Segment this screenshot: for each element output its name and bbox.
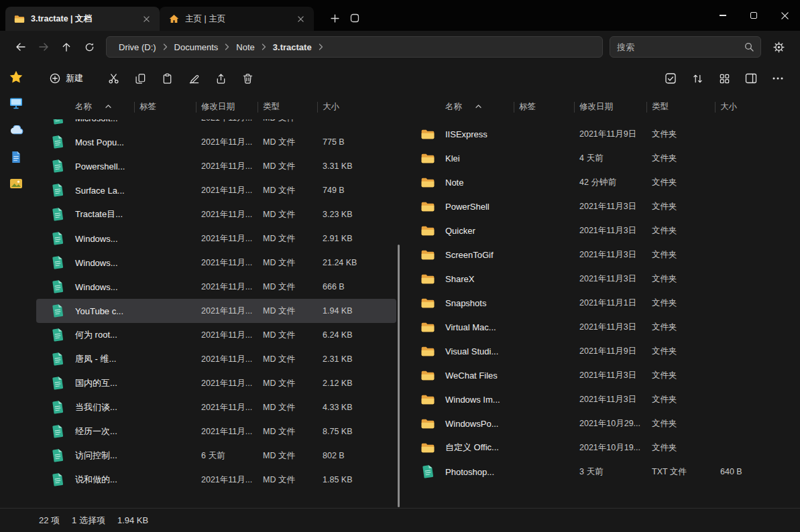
column-size[interactable]: 大小 xyxy=(317,101,396,113)
tab[interactable]: 3.tractate | 文档 xyxy=(5,7,160,31)
maximize-icon[interactable] xyxy=(738,0,769,31)
file-modified: 2021年10月19... xyxy=(574,442,646,454)
column-tags[interactable]: 标签 xyxy=(514,101,574,113)
file-name: Quicker xyxy=(443,226,514,236)
file-row[interactable]: 何为 root... 2021年11月... MD 文件 6.24 KB xyxy=(36,323,396,347)
file-row[interactable]: 经历一次... 2021年11月... MD 文件 8.75 KB xyxy=(36,419,396,444)
file-row[interactable]: Windows Im... 2021年11月3日 文件夹 xyxy=(406,387,796,411)
new-item-button[interactable]: 新建 xyxy=(42,68,91,89)
file-row[interactable]: Virtual Mac... 2021年11月3日 文件夹 xyxy=(406,315,796,339)
folder-icon xyxy=(420,129,435,140)
file-row[interactable]: Klei 4 天前 文件夹 xyxy=(406,146,796,170)
file-name: Snapshots xyxy=(443,298,514,308)
file-row[interactable]: 自定义 Offic... 2021年10月19... 文件夹 xyxy=(406,436,796,460)
gear-icon[interactable] xyxy=(766,36,791,58)
pictures-icon[interactable] xyxy=(5,173,27,194)
column-headers: 名称 标签 修改日期 类型 大小 xyxy=(36,94,396,119)
file-row[interactable]: ScreenToGif 2021年11月3日 文件夹 xyxy=(406,243,796,267)
cut-icon[interactable] xyxy=(101,66,126,90)
chevron-right-icon[interactable] xyxy=(223,44,231,50)
details-pane-icon[interactable] xyxy=(738,66,764,90)
file-row[interactable]: PowerShell 2021年11月3日 文件夹 xyxy=(406,194,796,218)
more-icon[interactable] xyxy=(765,66,791,90)
refresh-icon[interactable] xyxy=(78,36,101,58)
breadcrumb-item[interactable]: Drive (D:) xyxy=(115,40,160,54)
new-tab-plus-icon[interactable] xyxy=(325,8,345,28)
file-row[interactable]: 唐凤 - 维... 2021年11月... MD 文件 2.31 KB xyxy=(36,347,396,371)
selected-count: 1 选择项 xyxy=(72,515,105,527)
file-row[interactable]: Windows... 2021年11月... MD 文件 21.24 KB xyxy=(36,251,396,275)
file-row[interactable]: WeChat Files 2021年11月3日 文件夹 xyxy=(406,363,796,387)
file-row[interactable]: WindowsPo... 2021年10月29... 文件夹 xyxy=(406,411,796,436)
markdown-file-icon xyxy=(52,304,63,318)
markdown-file-icon xyxy=(52,328,63,342)
up-icon[interactable] xyxy=(55,36,78,58)
favorites-star-icon[interactable] xyxy=(5,66,27,87)
chevron-right-icon[interactable] xyxy=(162,44,169,50)
breadcrumb-item[interactable]: 3.tractate xyxy=(269,40,316,54)
file-row[interactable]: 国内的互... 2021年11月... MD 文件 2.12 KB xyxy=(36,371,396,395)
tab[interactable]: 主页 | 主页 xyxy=(160,7,314,31)
minimize-icon[interactable] xyxy=(707,0,738,31)
close-icon[interactable] xyxy=(769,0,800,31)
column-modified[interactable]: 修改日期 xyxy=(574,101,646,113)
column-type[interactable]: 类型 xyxy=(258,101,317,113)
file-row[interactable]: 说和做的... 2021年11月... MD 文件 1.85 KB xyxy=(36,468,396,492)
file-row[interactable]: Powershell... 2021年11月... MD 文件 3.31 KB xyxy=(36,154,396,178)
back-icon[interactable] xyxy=(9,36,32,58)
file-name: Klei xyxy=(443,153,514,163)
file-row[interactable]: Most Popu... 2021年11月... MD 文件 775 B xyxy=(36,130,396,154)
file-size: 2.31 KB xyxy=(317,354,396,364)
multiselect-icon[interactable] xyxy=(658,66,683,90)
forward-icon[interactable] xyxy=(32,36,55,58)
file-row[interactable]: ShareX 2021年11月3日 文件夹 xyxy=(406,267,796,291)
sidebar-rail xyxy=(0,63,32,508)
chevron-right-icon[interactable] xyxy=(317,44,325,50)
share-icon[interactable] xyxy=(208,66,233,90)
file-row[interactable]: Snapshots 2021年11月1日 文件夹 xyxy=(406,291,796,315)
file-row[interactable]: Tractate目... 2021年11月... MD 文件 3.23 KB xyxy=(36,202,396,226)
file-icon xyxy=(43,377,72,390)
file-row[interactable]: 访问控制... 6 天前 MD 文件 802 B xyxy=(36,444,396,468)
paste-icon[interactable] xyxy=(154,66,180,90)
desktop-icon[interactable] xyxy=(5,92,27,114)
column-type[interactable]: 类型 xyxy=(646,101,715,113)
sort-icon[interactable] xyxy=(685,66,710,90)
file-row[interactable]: Visual Studi... 2021年11月9日 文件夹 xyxy=(406,339,796,363)
file-name: WindowsPo... xyxy=(443,419,514,429)
search-input[interactable] xyxy=(617,42,754,52)
file-row[interactable]: 当我们谈... 2021年11月... MD 文件 4.33 KB xyxy=(36,395,396,419)
column-name[interactable]: 名称 xyxy=(443,101,514,113)
tab-close-icon[interactable] xyxy=(139,12,153,25)
file-row[interactable]: Windows... 2021年11月... MD 文件 2.91 KB xyxy=(36,226,396,251)
documents-icon[interactable] xyxy=(5,146,27,168)
file-icon xyxy=(43,256,72,269)
cloud-icon[interactable] xyxy=(5,119,27,141)
file-row[interactable]: Microsoft... 2021年11月... MD 文件 xyxy=(36,119,396,130)
file-name: Most Popu... xyxy=(72,137,134,147)
markdown-file-icon xyxy=(52,184,63,197)
chevron-right-icon[interactable] xyxy=(260,44,268,50)
tab-close-icon[interactable] xyxy=(294,12,307,25)
file-row[interactable]: YouTube c... 2021年11月... MD 文件 1.94 KB xyxy=(36,299,396,323)
file-row[interactable]: IISExpress 2021年11月9日 文件夹 xyxy=(406,122,796,146)
layout-icon[interactable] xyxy=(711,66,737,90)
rename-icon[interactable] xyxy=(181,66,207,90)
file-row[interactable]: Quicker 2021年11月3日 文件夹 xyxy=(406,218,796,243)
file-row[interactable]: Photoshop... 3 天前 TXT 文件 640 B xyxy=(406,460,796,484)
file-row[interactable]: Windows... 2021年11月... MD 文件 666 B xyxy=(36,275,396,299)
delete-icon[interactable] xyxy=(235,66,260,90)
copy-icon[interactable] xyxy=(127,66,153,90)
breadcrumb-item[interactable]: Note xyxy=(232,40,258,54)
breadcrumb-item[interactable]: Documents xyxy=(170,40,223,54)
vertical-scrollbar[interactable] xyxy=(398,245,400,507)
tab-layout-icon[interactable] xyxy=(345,8,365,28)
column-size[interactable]: 大小 xyxy=(715,101,796,113)
column-name[interactable]: 名称 xyxy=(72,101,134,113)
file-row[interactable]: Surface La... 2021年11月... MD 文件 749 B xyxy=(36,178,396,202)
column-tags[interactable]: 标签 xyxy=(134,101,196,113)
file-name: 何为 root... xyxy=(72,329,134,341)
file-modified: 2021年11月... xyxy=(196,257,258,269)
file-row[interactable]: Note 42 分钟前 文件夹 xyxy=(406,170,796,194)
column-modified[interactable]: 修改日期 xyxy=(196,101,258,113)
